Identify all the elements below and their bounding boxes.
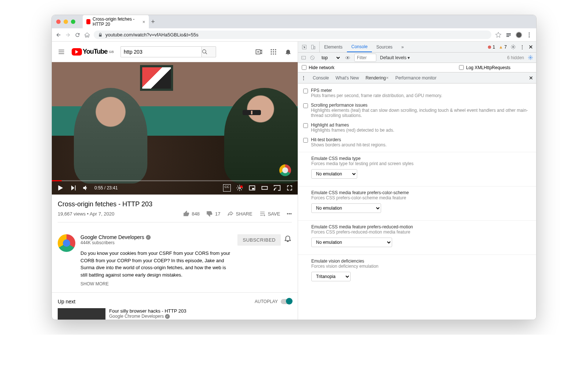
- media-type-select[interactable]: No emulation: [311, 169, 357, 179]
- reload-icon[interactable]: [75, 32, 80, 38]
- hamburger-icon[interactable]: [58, 48, 65, 56]
- context-selector[interactable]: top: [319, 54, 341, 61]
- extension-icon[interactable]: [505, 32, 512, 38]
- svg-point-12: [273, 51, 274, 52]
- svg-rect-20: [252, 188, 254, 189]
- fps-meter-option[interactable]: FPS meterPlots frames per second, frame …: [298, 86, 536, 100]
- dislike-button[interactable]: 17: [206, 210, 220, 217]
- chrome-watermark-icon: [279, 164, 291, 176]
- up-next-label: Up next: [58, 299, 75, 304]
- like-button[interactable]: 848: [183, 210, 200, 217]
- svg-point-16: [275, 53, 276, 54]
- star-icon[interactable]: [495, 32, 502, 38]
- omnibox[interactable]: youtube.com/watch?v=vfAHa5GBLio&t=55s: [94, 31, 491, 39]
- hidden-count[interactable]: 6 hidden: [507, 55, 524, 60]
- show-more-button[interactable]: SHOW MORE: [80, 281, 232, 286]
- close-devtools-icon[interactable]: ✕: [528, 44, 533, 50]
- close-rendering-icon[interactable]: ×: [386, 75, 389, 81]
- emulate-reduced-motion: Emulate CSS media feature prefers-reduce…: [298, 220, 536, 252]
- close-tab-icon[interactable]: ×: [142, 19, 145, 25]
- ad-frames-option[interactable]: Highlight ad framesHighlights frames (re…: [298, 120, 536, 135]
- svg-rect-0: [506, 33, 511, 34]
- tab-console[interactable]: Console: [347, 42, 372, 52]
- new-tab-button[interactable]: +: [151, 18, 155, 26]
- apps-icon[interactable]: [270, 48, 277, 56]
- log-levels[interactable]: Default levels ▾: [380, 55, 410, 60]
- channel-row: Google Chrome Developers ✓ 444K subscrib…: [52, 228, 298, 293]
- search-input[interactable]: [121, 46, 201, 57]
- notifications-icon[interactable]: [284, 48, 292, 56]
- play-icon[interactable]: [56, 184, 64, 192]
- console-settings-row: Hide network Log XMLHttpRequests: [298, 63, 536, 72]
- profile-avatar[interactable]: [516, 32, 522, 38]
- tab-elements[interactable]: Elements: [320, 42, 347, 52]
- live-expression-icon[interactable]: [345, 55, 351, 61]
- miniplayer-icon[interactable]: [248, 184, 256, 192]
- tab-sources[interactable]: Sources: [372, 42, 397, 52]
- youtube-logo[interactable]: YouTube GB: [72, 48, 114, 56]
- youtube-search: [121, 46, 216, 57]
- scroll-perf-option[interactable]: Scrolling performance issuesHighlights e…: [298, 100, 536, 120]
- svg-point-22: [274, 190, 275, 191]
- device-toggle-icon[interactable]: [311, 44, 316, 50]
- settings-icon[interactable]: [236, 184, 243, 192]
- theater-icon[interactable]: [261, 184, 268, 192]
- reduced-motion-select[interactable]: No emulation: [311, 238, 392, 247]
- close-drawer-icon[interactable]: ✕: [529, 75, 533, 81]
- tabs-overflow-icon[interactable]: »: [397, 42, 408, 52]
- vision-deficiency-select[interactable]: Tritanopia: [311, 272, 351, 281]
- browser-tab[interactable]: Cross-origin fetches - HTTP 20 ×: [83, 15, 149, 29]
- minimize-window[interactable]: [64, 19, 68, 24]
- console-settings-icon[interactable]: [528, 55, 533, 60]
- save-button[interactable]: SAVE: [259, 210, 280, 217]
- log-xhr-checkbox[interactable]: Log XMLHttpRequests: [459, 65, 510, 70]
- youtube-play-icon: [72, 48, 82, 56]
- console-sidebar-icon[interactable]: [301, 55, 306, 60]
- channel-name[interactable]: Google Chrome Developers ✓: [80, 234, 232, 240]
- more-actions-icon[interactable]: •••: [287, 211, 292, 217]
- gear-icon[interactable]: [510, 44, 516, 50]
- drawer-console[interactable]: Console: [313, 72, 329, 83]
- subscribe-button[interactable]: SUBSCRIBED: [237, 234, 281, 246]
- share-button[interactable]: SHARE: [227, 210, 252, 217]
- channel-avatar[interactable]: [58, 234, 75, 252]
- search-button[interactable]: [201, 46, 216, 57]
- maximize-window[interactable]: [71, 19, 75, 24]
- back-icon[interactable]: [55, 32, 61, 38]
- cc-icon[interactable]: CC: [223, 184, 231, 192]
- video-player[interactable]: 0:55 / 23:41 CC: [52, 62, 298, 195]
- devtools: Elements Console Sources » ⊗ 1 ▲ 7 ⋮ ✕ t…: [298, 42, 536, 320]
- drawer-perfmon[interactable]: Performance monitor: [395, 72, 437, 83]
- svg-point-11: [271, 51, 272, 52]
- cast-icon[interactable]: [273, 184, 281, 192]
- clear-console-icon[interactable]: [310, 55, 315, 60]
- inspect-icon[interactable]: [302, 44, 307, 50]
- drawer-whatsnew[interactable]: What's New: [336, 72, 359, 83]
- next-icon[interactable]: [69, 184, 77, 192]
- hide-network-checkbox[interactable]: Hide network: [302, 65, 334, 70]
- tab-strip: Cross-origin fetches - HTTP 20 × +: [83, 15, 155, 29]
- filter-input[interactable]: [354, 54, 376, 62]
- error-badge[interactable]: ⊗ 1: [488, 44, 495, 50]
- drawer-menu-icon[interactable]: ⋮: [301, 75, 306, 81]
- autoplay-toggle[interactable]: [281, 299, 292, 304]
- home-icon[interactable]: [84, 32, 90, 38]
- svg-rect-27: [302, 56, 306, 59]
- create-icon[interactable]: [255, 48, 262, 56]
- drawer-rendering[interactable]: Rendering ×: [366, 72, 389, 83]
- svg-point-14: [271, 53, 272, 54]
- next-video[interactable]: Four silly Four silly browser hacks - HT…: [58, 308, 292, 320]
- fullscreen-icon[interactable]: [286, 184, 293, 192]
- bell-icon[interactable]: [284, 234, 292, 242]
- devtools-menu-icon[interactable]: ⋮: [520, 44, 525, 50]
- svg-point-31: [530, 57, 531, 58]
- video-stats: 19,667 views • Apr 7, 2020: [58, 211, 114, 217]
- warn-badge[interactable]: ▲ 7: [499, 44, 507, 50]
- color-scheme-select[interactable]: No emulation: [311, 203, 381, 213]
- svg-rect-25: [314, 46, 315, 49]
- volume-icon[interactable]: [82, 184, 89, 192]
- hit-test-option[interactable]: Hit-test bordersShows borders around hit…: [298, 135, 536, 150]
- chrome-menu-icon[interactable]: [526, 32, 533, 38]
- close-window[interactable]: [56, 19, 61, 24]
- forward-icon[interactable]: [65, 32, 71, 38]
